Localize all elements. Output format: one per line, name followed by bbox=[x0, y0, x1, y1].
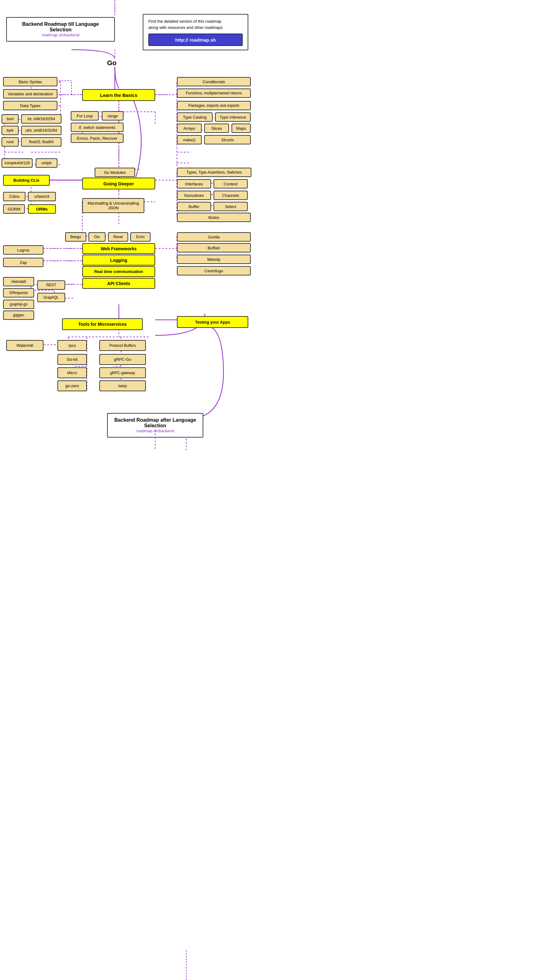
uintptr-box: uintptr bbox=[36, 158, 57, 168]
orms-box: ORMs bbox=[28, 204, 56, 214]
info-url-button[interactable]: http:// roadmap.sh bbox=[148, 33, 243, 46]
structs-box: Structs bbox=[204, 135, 251, 145]
melody-box: Melody bbox=[177, 255, 251, 264]
byte-box: byte bbox=[2, 126, 19, 135]
graphql-go-box: graphql-go bbox=[3, 300, 34, 309]
roadmap-title: Backend Roadmap till Language Selection bbox=[12, 21, 109, 33]
web-frameworks-box: Web Frameworks bbox=[82, 243, 155, 254]
if-switch-box: if, switch statements bbox=[71, 123, 123, 132]
types-assertions-box: Types, Type Assertions, Switches bbox=[177, 168, 251, 177]
testing-box: Testing your Apps bbox=[177, 316, 248, 328]
micro-box: Micro bbox=[57, 367, 87, 378]
mutex-box: Mutex bbox=[177, 213, 251, 222]
context-box: Context bbox=[213, 179, 248, 189]
revel-box: Revel bbox=[108, 232, 128, 242]
urfave-box: urfave/cli bbox=[28, 192, 56, 201]
maps-box: Maps bbox=[231, 123, 251, 133]
logrus-box: Logrus bbox=[3, 245, 43, 255]
float-box: float32, float64 bbox=[21, 137, 61, 146]
info-text: Find the detailed version of this roadma… bbox=[148, 18, 243, 30]
bool-box: bool bbox=[2, 114, 19, 123]
watermill-box: Watermill bbox=[6, 340, 43, 351]
interfaces-box: Interfaces bbox=[177, 179, 211, 189]
buffer-box: Buffer bbox=[177, 202, 211, 211]
channels-box: Channels bbox=[213, 191, 248, 200]
variables-box: Variables and declaration bbox=[3, 89, 57, 99]
api-clients-box: API Clients bbox=[82, 278, 155, 289]
type-inference-box: Type Inference bbox=[215, 112, 251, 122]
go-modules-box: Go Modules bbox=[95, 168, 135, 177]
learn-basics-box: Learn the Basics bbox=[82, 89, 155, 101]
centrifugo-box: Centrifugo bbox=[177, 266, 251, 275]
marshalling-box: Marshalling & Unmarshalling JSON bbox=[82, 198, 144, 213]
rpcx-box: rpcx bbox=[57, 340, 87, 351]
packages-box: Packages, imports and exports bbox=[177, 101, 251, 110]
info-box: Find the detailed version of this roadma… bbox=[143, 14, 248, 50]
select-box: Select bbox=[213, 202, 248, 211]
gorm-box: GORM bbox=[3, 204, 25, 214]
realtime-box: Real time communication bbox=[82, 266, 155, 277]
uint-box: uint, uint8/16/32/64 bbox=[21, 126, 61, 135]
type-casting-box: Type Casting bbox=[177, 112, 213, 122]
going-deeper-box: Going Deeper bbox=[82, 178, 155, 189]
rune-box: rune bbox=[2, 137, 19, 146]
int-box: int, int8/16/32/64 bbox=[21, 114, 61, 123]
gorilla-box: Gorilla bbox=[177, 232, 251, 242]
basic-syntax-box: Basic Syntax bbox=[3, 77, 57, 86]
range-box: range bbox=[102, 111, 123, 120]
make-box: make() bbox=[177, 135, 202, 145]
gqlgen-box: gqlgen bbox=[3, 311, 34, 320]
title-box: Backend Roadmap till Language Selection … bbox=[6, 17, 115, 42]
data-types-box: Data Types bbox=[3, 101, 57, 110]
for-loop-box: For Loop bbox=[71, 111, 99, 120]
graphql-box: GraphQL bbox=[37, 293, 65, 302]
echo-box: Echo bbox=[130, 232, 151, 242]
logging-box: Logging bbox=[82, 255, 155, 265]
go-label: Go bbox=[107, 59, 117, 67]
go-kit-box: Go-kit bbox=[57, 354, 87, 365]
arrays-box: Arrays bbox=[177, 123, 202, 133]
gin-box: Gin bbox=[89, 232, 105, 242]
twirp-box: twirp bbox=[99, 380, 146, 391]
building-clis-box: Building CLIs bbox=[3, 175, 50, 186]
footer-roadmap-url[interactable]: roadmap.sh/backend bbox=[113, 429, 198, 433]
rest-box: REST bbox=[37, 280, 65, 290]
roadmap-container: Backend Roadmap till Language Selection … bbox=[0, 0, 258, 980]
errors-box: Errors, Panic, Recover bbox=[71, 133, 123, 143]
grpc-gateway-box: gRPC-gateway bbox=[99, 367, 146, 378]
complex-box: complex64/128 bbox=[2, 158, 33, 168]
buffalo-box: Buffalo bbox=[177, 243, 251, 252]
protocol-buffers-box: Protocol Buffers bbox=[99, 340, 146, 351]
footer-title-box: Backend Roadmap after Language Selection… bbox=[107, 413, 203, 437]
info-url-label: http:// roadmap.sh bbox=[176, 37, 216, 43]
slices-box: Slices bbox=[204, 123, 229, 133]
roadmap-url[interactable]: roadmap.sh/backend bbox=[12, 33, 109, 37]
goroutines-box: Goroutines bbox=[177, 191, 211, 200]
beego-box: Beego bbox=[65, 232, 86, 242]
tools-microservices-box: Tools for Microservices bbox=[62, 318, 143, 330]
functions-box: Functions, multiple/named returns bbox=[177, 89, 251, 98]
conditionals-box: Conditionals bbox=[177, 77, 251, 86]
grpc-go-box: gRPC-Go bbox=[99, 354, 146, 365]
heimdall-box: Heimdall bbox=[3, 277, 34, 286]
zap-box: Zap bbox=[3, 258, 43, 267]
go-zero-box: go-zero bbox=[57, 380, 87, 391]
grequests-box: GRequests bbox=[3, 288, 34, 298]
footer-roadmap-title: Backend Roadmap after Language Selection bbox=[113, 417, 198, 429]
cobra-box: Cobra bbox=[3, 192, 25, 201]
